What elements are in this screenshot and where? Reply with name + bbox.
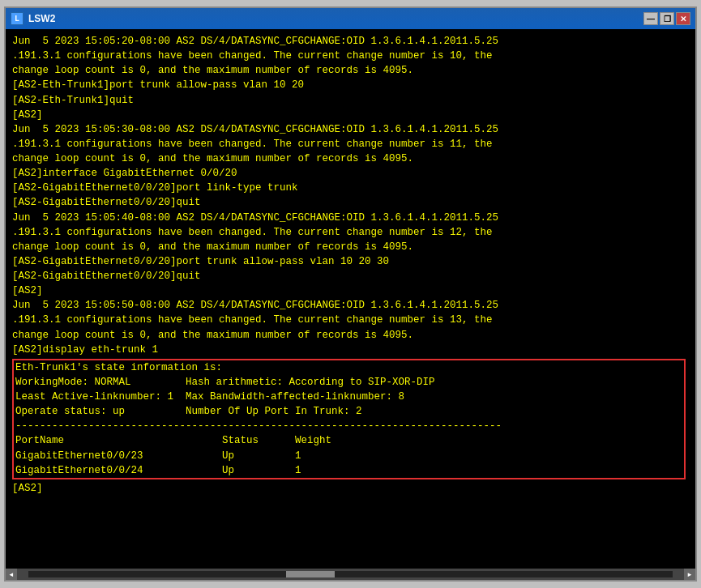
terminal-line: [AS2-GigabitEthernet0/0/20]quit bbox=[12, 269, 689, 283]
terminal-line: [AS2-GigabitEthernet0/0/20]quit bbox=[12, 195, 689, 210]
window-title: LSW2 bbox=[28, 13, 643, 24]
window-icon: L bbox=[11, 12, 24, 25]
highlighted-line: Least Active-linknumber: 1 Max Bandwidth… bbox=[14, 390, 684, 404]
scrollbar-thumb[interactable] bbox=[286, 571, 335, 577]
highlighted-line: GigabitEthernet0/0/23 Up 1 bbox=[14, 449, 684, 463]
terminal-line: change loop count is 0, and the maximum … bbox=[12, 328, 689, 343]
terminal-line: [AS2]interface GigabitEthernet 0/0/20 bbox=[12, 166, 689, 181]
terminal-line: .191.3.1 configurations have been change… bbox=[12, 137, 689, 151]
terminal-line: [AS2] bbox=[12, 283, 689, 298]
terminal-last-line: [AS2] bbox=[12, 481, 689, 496]
terminal-line: [AS2-Eth-Trunk1]port trunk allow-pass vl… bbox=[12, 78, 689, 92]
terminal-line: Jun 5 2023 15:05:20-08:00 AS2 DS/4/DATAS… bbox=[12, 34, 689, 49]
terminal-line: Jun 5 2023 15:05:40-08:00 AS2 DS/4/DATAS… bbox=[12, 211, 689, 225]
minimize-button[interactable]: — bbox=[643, 12, 658, 25]
terminal-content: Jun 5 2023 15:05:20-08:00 AS2 DS/4/DATAS… bbox=[6, 29, 695, 569]
terminal-line: [AS2]display eth-trunk 1 bbox=[12, 343, 689, 357]
highlighted-line: Operate status: up Number Of Up Port In … bbox=[14, 404, 684, 419]
terminal-line: [AS2-GigabitEthernet0/0/20]port link-typ… bbox=[12, 181, 689, 195]
horizontal-scrollbar: ◄ ► bbox=[6, 569, 695, 580]
highlighted-line: ----------------------------------------… bbox=[14, 419, 684, 433]
terminal-line: .191.3.1 configurations have been change… bbox=[12, 313, 689, 327]
terminal-line: .191.3.1 configurations have been change… bbox=[12, 225, 689, 240]
terminal-line: change loop count is 0, and the maximum … bbox=[12, 63, 689, 78]
highlighted-section: Eth-Trunk1's state information is: Worki… bbox=[12, 359, 686, 479]
terminal-line: [AS2-GigabitEthernet0/0/20]port trunk al… bbox=[12, 254, 689, 269]
restore-button[interactable]: ❐ bbox=[660, 12, 674, 25]
highlighted-line: GigabitEthernet0/0/24 Up 1 bbox=[14, 463, 684, 478]
title-bar: L LSW2 — ❐ ✕ bbox=[6, 8, 695, 29]
terminal-line: Jun 5 2023 15:05:30-08:00 AS2 DS/4/DATAS… bbox=[12, 122, 689, 137]
terminal-line: change loop count is 0, and the maximum … bbox=[12, 240, 689, 254]
window-controls: — ❐ ✕ bbox=[643, 12, 690, 25]
terminal-line: change loop count is 0, and the maximum … bbox=[12, 151, 689, 166]
terminal-line: Jun 5 2023 15:05:50-08:00 AS2 DS/4/DATAS… bbox=[12, 298, 689, 313]
highlighted-line: Eth-Trunk1's state information is: bbox=[14, 360, 684, 375]
terminal-line: [AS2-Eth-Trunk1]quit bbox=[12, 93, 689, 108]
highlighted-line: PortName Status Weight bbox=[14, 433, 684, 448]
terminal-line: .191.3.1 configurations have been change… bbox=[12, 49, 689, 63]
main-window: L LSW2 — ❐ ✕ Jun 5 2023 15:05:20-08:00 A… bbox=[4, 6, 697, 582]
scroll-right-button[interactable]: ► bbox=[684, 569, 695, 580]
scroll-left-button[interactable]: ◄ bbox=[6, 569, 17, 580]
scrollbar-track[interactable] bbox=[28, 571, 673, 577]
terminal-line: [AS2] bbox=[12, 108, 689, 122]
close-button[interactable]: ✕ bbox=[676, 12, 690, 25]
highlighted-line: WorkingMode: NORMAL Hash arithmetic: Acc… bbox=[14, 375, 684, 390]
